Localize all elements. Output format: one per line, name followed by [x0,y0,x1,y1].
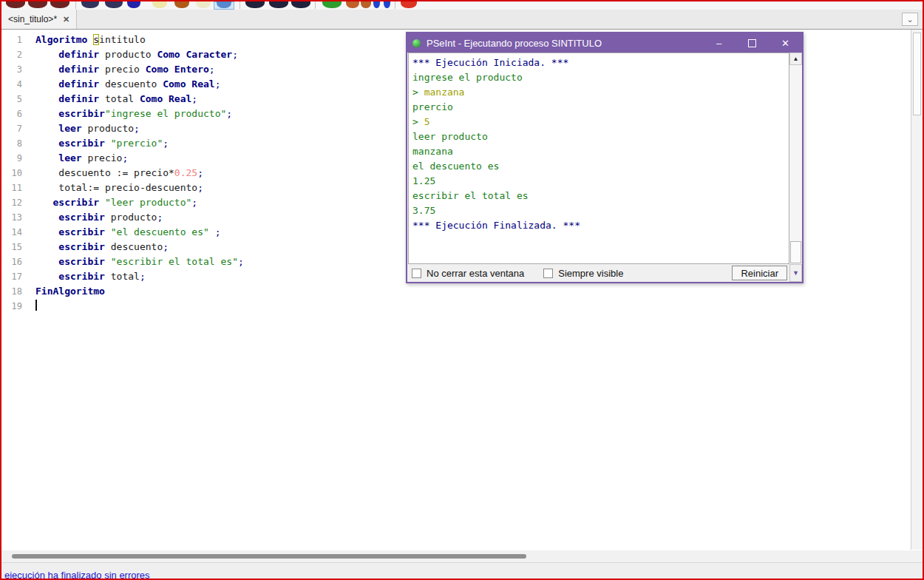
editor-vertical-scrollbar[interactable] [911,30,923,550]
no-close-checkbox[interactable] [412,269,421,278]
code-text: escribir descuento; [22,240,169,254]
toolbar-icon-8[interactable] [174,1,189,8]
token-ws [105,138,111,149]
always-visible-label: Siempre visible [558,268,623,279]
close-button[interactable]: ✕ [769,33,802,53]
token-kw: definir [58,49,99,60]
run-window-titlebar[interactable]: PSeInt - Ejecutando proceso SINTITULO – … [407,33,802,53]
maximize-button[interactable] [736,33,769,53]
token-ws: descuento [105,241,163,252]
token-ws [35,108,58,119]
execution-console[interactable]: *** Ejecución Iniciada. ***ingrese el pr… [408,53,789,264]
line-number: 3 [1,62,22,77]
code-text: Algoritmo sintitulo [22,33,146,47]
console-line: leer producto [412,129,785,144]
toolbar-icon-2[interactable] [28,1,47,8]
line-number: 7 [1,121,22,136]
token-kw: definir [58,64,99,75]
line-number: 1 [1,33,22,47]
line-number: 15 [1,240,22,254]
always-visible-checkbox[interactable] [543,269,553,278]
toolbar-icon-13[interactable] [291,1,310,8]
line-number: 5 [1,92,22,107]
console-text-out: manzana [412,146,453,157]
code-text: leer producto; [22,121,140,136]
scroll-down-button[interactable]: ▼ [789,264,802,282]
line-number: 8 [1,136,22,151]
maximize-icon [748,39,756,47]
toolbar-icon-12[interactable] [269,1,288,8]
token-kw: escribir [52,197,99,208]
code-text: definir precio Como Entero; [22,62,215,77]
toolbar-icon-11[interactable] [245,1,265,8]
tab-close-icon[interactable]: ✕ [63,16,69,24]
console-line: 1.25 [412,174,785,189]
tab-bar: <sin_titulo>* ✕ ⌄ [1,10,923,30]
toolbar-divider [240,1,240,9]
toolbar-icon-19[interactable] [401,1,417,8]
console-line: manzana [412,144,785,159]
token-pun: ; [197,182,203,193]
token-ws: total [105,271,140,282]
toolbar-icon-5[interactable] [105,1,123,8]
line-number: 9 [1,151,22,166]
token-pun: ; [191,93,197,104]
toolbar-icon-14[interactable] [322,1,342,8]
restart-button-label: Reiniciar [741,268,778,279]
text-cursor [35,300,37,311]
console-line: *** Ejecución Finalizada. *** [412,218,785,233]
code-text: leer precio; [22,151,128,166]
token-ws [35,93,58,104]
run-window: PSeInt - Ejecutando proceso SINTITULO – … [406,32,804,283]
token-pun: ; [163,241,169,252]
console-text-out: > [412,87,424,98]
tab-sin-titulo[interactable]: <sin_titulo>* ✕ [1,10,77,29]
toolbar-icon-16[interactable] [361,1,371,8]
editor-horizontal-scrollbar[interactable] [1,550,923,562]
token-kw: leer [58,152,81,163]
minimize-button[interactable]: – [702,33,736,53]
scroll-up-button[interactable]: ▲ [789,53,802,65]
toolbar-icon-7[interactable] [152,1,167,8]
toolbar-icon-18[interactable] [384,1,390,8]
triangle-down-icon: ▼ [792,269,799,277]
line-number: 17 [1,269,22,284]
editor-line: 18FinAlgoritmo [1,284,911,299]
toolbar-icon-15[interactable] [346,1,359,8]
console-line: prercio [412,100,785,115]
token-kw: escribir [58,226,105,237]
console-scrollbar-thumb[interactable] [790,241,801,263]
code-text: escribir "prercio"; [22,136,169,151]
line-number: 19 [1,299,22,314]
token-ws: total [99,93,140,104]
token-ws [35,138,58,149]
console-vertical-scrollbar[interactable]: ▲ [789,53,802,264]
token-ws: producto [105,212,157,223]
toolbar-icon-9[interactable] [196,1,211,8]
tab-list-dropdown-button[interactable]: ⌄ [902,13,918,26]
token-pun: ; [215,78,221,90]
token-pun: ; [140,271,146,282]
toolbar-icon-6[interactable] [127,1,140,8]
toolbar-icon-3[interactable] [50,1,69,8]
token-pun: ; [163,138,169,149]
status-bar: ejecución ha finalizado sin errores [1,562,923,579]
token-kw: Algoritmo [35,34,93,45]
restart-button[interactable]: Reiniciar [732,266,787,280]
toolbar-icon-4[interactable] [81,1,99,8]
token-ws: descuento := precio* [35,167,174,178]
token-kw: Como Real [163,78,214,90]
status-message: ejecución ha finalizado sin errores [4,570,150,579]
console-text-out: 1.25 [412,175,435,186]
toolbar-icon-1[interactable] [6,1,25,8]
token-kw: definir [58,93,99,104]
line-number: 12 [1,195,22,210]
vertical-scrollbar-thumb[interactable] [913,33,921,115]
token-pun: ; [215,226,221,237]
horizontal-scrollbar-thumb[interactable] [12,554,526,559]
token-ws [35,226,58,237]
console-text-in: 5 [424,116,430,127]
token-ws: producto [82,123,134,134]
toolbar-icon-17[interactable] [373,1,380,8]
token-ws [35,256,58,267]
